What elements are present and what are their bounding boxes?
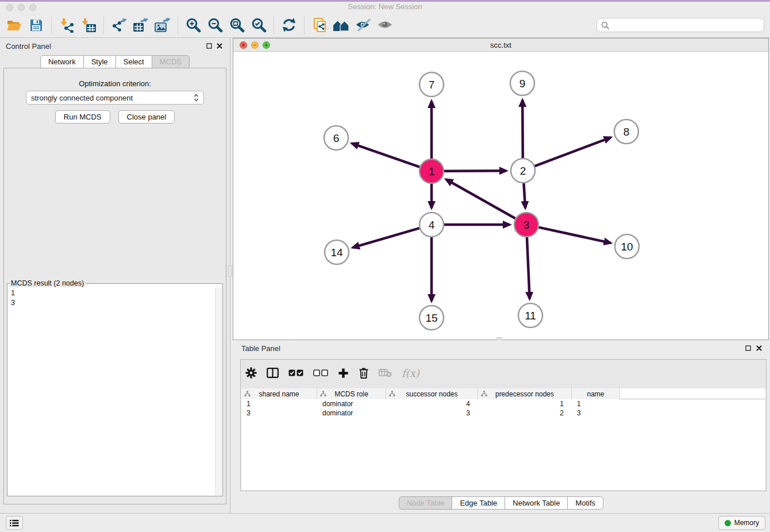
toolbar-separator	[304, 17, 305, 34]
cell-shared-name[interactable]: 3	[241, 409, 317, 417]
zoom-in-button[interactable]	[182, 16, 204, 35]
edge-3-11[interactable]	[527, 237, 530, 299]
settings-gear-button[interactable]	[245, 365, 257, 381]
show-hidden-button[interactable]	[374, 16, 396, 35]
table-float-panel-icon[interactable]	[744, 344, 752, 352]
save-session-button[interactable]	[25, 16, 47, 35]
home-view-button[interactable]	[330, 16, 352, 35]
cell-successor-nodes[interactable]: 3	[386, 409, 478, 417]
column-header-name[interactable]: name	[572, 388, 620, 399]
edge-2-8[interactable]	[535, 137, 611, 166]
edge-4-14[interactable]	[353, 228, 419, 248]
task-history-button[interactable]	[6, 516, 23, 530]
optimization-criterion-select[interactable]: strongly connected component	[26, 91, 204, 105]
tab-style[interactable]: Style	[83, 55, 116, 68]
mcds-result-line: 3	[11, 298, 219, 308]
graph-node-4[interactable]: 4	[419, 213, 444, 237]
cell-shared-name[interactable]: 1	[241, 400, 317, 408]
edge-2-9[interactable]	[522, 100, 523, 158]
run-mcds-button[interactable]: Run MCDS	[55, 110, 110, 124]
search-input[interactable]	[612, 20, 760, 30]
svg-text:9: 9	[519, 78, 526, 90]
graph-node-7[interactable]: 7	[419, 72, 444, 97]
memory-button[interactable]: Memory	[718, 516, 765, 530]
close-panel-button[interactable]: Close panel	[118, 110, 175, 124]
column-header-mcds-role[interactable]: MCDS role	[317, 388, 386, 399]
table-header-row: shared nameMCDS rolesuccessor nodesprede…	[241, 388, 765, 399]
edge-1-2[interactable]	[444, 171, 506, 171]
table-row[interactable]: 1dominator411	[241, 399, 765, 408]
toolbar-separator	[274, 17, 274, 34]
edge-1-6[interactable]	[352, 144, 419, 167]
delete-table-button	[379, 365, 392, 381]
graph-node-14[interactable]: 14	[325, 240, 349, 264]
table-tab-node-table[interactable]: Node Table	[399, 496, 453, 510]
table-row[interactable]: 3dominator323	[241, 408, 765, 418]
export-network-button[interactable]	[108, 16, 130, 35]
network-window-titlebar[interactable]: × − + scc.txt	[233, 38, 768, 52]
table-tab-network-table[interactable]: Network Table	[505, 496, 568, 510]
svg-text:4: 4	[429, 219, 435, 231]
network-view-window: × − + scc.txt 7968124314101511	[233, 38, 769, 340]
deselect-all-checkboxes-button[interactable]	[313, 365, 328, 381]
import-network-button[interactable]	[56, 16, 78, 35]
delete-column-button[interactable]	[359, 365, 369, 381]
svg-text:15: 15	[425, 312, 437, 324]
tab-select[interactable]: Select	[116, 55, 152, 68]
import-table-button[interactable]	[78, 16, 99, 35]
tab-mcds[interactable]: MCDS	[152, 55, 190, 68]
cell-successor-nodes[interactable]: 4	[386, 400, 478, 408]
column-header-predecessor-nodes[interactable]: predecessor nodes	[478, 388, 572, 399]
table-tab-motifs[interactable]: Motifs	[567, 496, 603, 510]
graph-node-3[interactable]: 3	[514, 213, 538, 237]
toolbar-separator	[178, 17, 178, 34]
mcds-result-line: 1	[11, 288, 219, 298]
column-header-successor-nodes[interactable]: successor nodes	[386, 388, 478, 399]
copy-network-button[interactable]	[309, 16, 330, 35]
memory-status-icon	[725, 520, 731, 526]
edge-3-10[interactable]	[538, 228, 610, 243]
zoom-fit-button[interactable]	[226, 16, 248, 35]
refresh-network-button[interactable]	[278, 16, 300, 35]
float-panel-icon[interactable]	[205, 42, 213, 49]
network-canvas[interactable]: 7968124314101511	[233, 52, 768, 340]
cell-predecessor-nodes[interactable]: 1	[478, 400, 572, 408]
graph-node-10[interactable]: 10	[615, 234, 639, 259]
split-view-button[interactable]	[267, 365, 279, 381]
zoom-out-button[interactable]	[204, 16, 226, 35]
table-tab-edge-table[interactable]: Edge Table	[452, 496, 505, 510]
graph-node-8[interactable]: 8	[614, 119, 638, 144]
graph-node-11[interactable]: 11	[518, 303, 542, 327]
graph-node-1[interactable]: 1	[419, 159, 444, 183]
close-panel-icon[interactable]	[215, 42, 223, 49]
open-session-button[interactable]	[3, 16, 25, 35]
svg-text:11: 11	[525, 310, 536, 322]
graph-node-15[interactable]: 15	[419, 306, 444, 330]
table-close-panel-icon[interactable]	[755, 344, 763, 352]
network-graph[interactable]: 7968124314101511	[233, 52, 768, 340]
hide-selected-button[interactable]	[352, 16, 374, 35]
add-column-button[interactable]	[338, 365, 349, 381]
cell-name[interactable]: 3	[572, 409, 620, 417]
cell-mcds-role[interactable]: dominator	[317, 400, 386, 408]
control-panel-tabs: NetworkStyleSelectMCDS	[0, 55, 230, 68]
graph-node-9[interactable]: 9	[510, 71, 534, 95]
cell-name[interactable]: 1	[572, 400, 620, 408]
cell-predecessor-nodes[interactable]: 2	[478, 409, 572, 417]
result-scrollbar[interactable]	[215, 288, 222, 495]
edge-2-3[interactable]	[523, 183, 525, 208]
select-all-checkboxes-button[interactable]	[288, 365, 303, 381]
cell-mcds-role[interactable]: dominator	[317, 409, 386, 417]
edge-3-1[interactable]	[446, 179, 515, 218]
node-table-frame: f(x) shared nameMCDS rolesuccessor nodes…	[240, 359, 767, 491]
column-header-shared-name[interactable]: shared name	[241, 388, 317, 399]
zoom-selected-button[interactable]	[248, 16, 270, 35]
panel-splitter-handle[interactable]	[228, 265, 232, 277]
mcds-result-textarea[interactable]: 13	[8, 288, 222, 495]
graph-node-6[interactable]: 6	[324, 126, 348, 150]
export-image-button[interactable]	[152, 16, 174, 35]
export-table-button[interactable]	[130, 16, 152, 35]
tab-network[interactable]: Network	[40, 55, 84, 68]
search-field[interactable]	[596, 18, 764, 32]
graph-node-2[interactable]: 2	[511, 159, 535, 183]
